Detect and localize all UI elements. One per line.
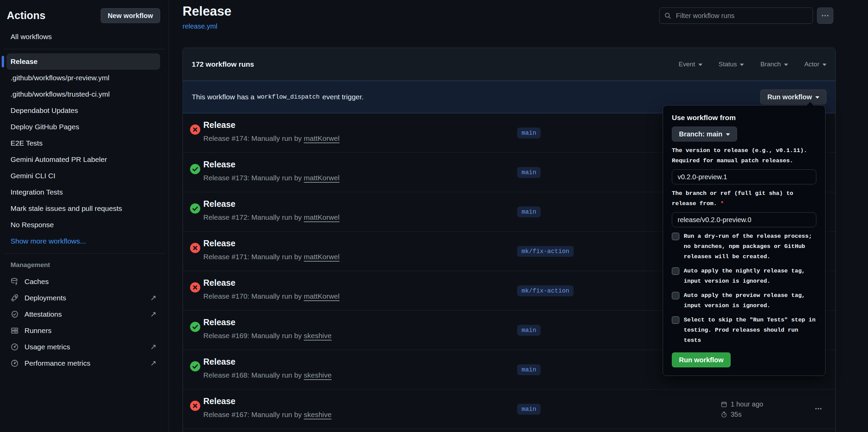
ref-input[interactable]: [672, 212, 816, 227]
branch-label[interactable]: main: [517, 364, 541, 375]
run-actor-link[interactable]: mattKorwel: [304, 174, 340, 182]
filter-status-dropdown[interactable]: Status: [719, 61, 744, 68]
status-icon: [190, 243, 200, 253]
status-icon: [190, 164, 200, 174]
sidebar-item-label: Release: [11, 57, 37, 66]
sidebar-item-gemini-cli-ci[interactable]: Gemini CLI CI: [6, 168, 160, 184]
filter-event-dropdown[interactable]: Event: [679, 61, 702, 68]
status-icon: [190, 322, 200, 332]
sidebar-header: Actions New workflow: [0, 0, 169, 23]
workflow-options-button[interactable]: [817, 7, 833, 24]
divider: [3, 49, 165, 49]
branch-label[interactable]: mk/fix-action: [517, 246, 574, 257]
sidebar-item-release[interactable]: Release: [6, 53, 160, 70]
filter-branch-dropdown[interactable]: Branch: [760, 61, 788, 68]
banner-text: This workflow has a workflow_dispatch ev…: [192, 93, 363, 101]
run-title-link[interactable]: Release: [203, 199, 236, 209]
run-title-link[interactable]: Release: [203, 317, 236, 327]
chevron-down-icon: [698, 64, 702, 66]
sidebar-item-label: Attestations: [24, 310, 62, 318]
rocket-icon: [10, 294, 19, 302]
filter-workflow-runs-input[interactable]: [659, 7, 813, 24]
filter-field: [659, 7, 813, 24]
divider: [3, 253, 165, 254]
ref-input-description: The branch or ref (full git sha) to rele…: [672, 188, 816, 209]
version-input-description: The version to release (e.g., v0.1.11). …: [672, 146, 816, 166]
sidebar-title: Actions: [7, 10, 46, 22]
sidebar-item-runners[interactable]: Runners: [0, 322, 169, 339]
external-link-arrow: ↗: [150, 359, 156, 368]
search-icon: [664, 12, 671, 19]
nightly-tag-checkbox[interactable]: Auto apply the nightly release tag, inpu…: [672, 266, 816, 286]
run-actor-link[interactable]: skeshive: [304, 371, 332, 379]
sidebar-item-deploy-github-pages[interactable]: Deploy GitHub Pages: [6, 119, 160, 135]
workflow-run-row[interactable]: Release Release #167: Manually run by sk…: [183, 389, 835, 429]
branch-label[interactable]: main: [517, 404, 541, 415]
run-actor-link[interactable]: skeshive: [304, 332, 332, 340]
sidebar-item-label: Usage metrics: [24, 343, 70, 351]
run-menu-button[interactable]: [812, 402, 825, 416]
checkbox-icon: [672, 292, 679, 299]
sidebar-item-integration-tests[interactable]: Integration Tests: [6, 184, 160, 200]
run-title-link[interactable]: Release: [203, 278, 236, 288]
sidebar-item-label: Deployments: [24, 294, 66, 302]
run-actor-link[interactable]: mattKorwel: [304, 213, 340, 221]
branch-label[interactable]: mk/fix-action: [517, 285, 574, 296]
chevron-down-icon: [726, 133, 730, 136]
run-actor-link[interactable]: skeshive: [304, 411, 332, 419]
run-workflow-submit-button[interactable]: Run workflow: [672, 352, 731, 367]
external-link-arrow: ↗: [150, 310, 156, 319]
status-icon: [190, 282, 200, 293]
new-workflow-button[interactable]: New workflow: [101, 8, 160, 23]
run-title-link[interactable]: Release: [203, 160, 236, 169]
branch-label[interactable]: main: [517, 167, 541, 178]
workflow-file-link[interactable]: release.yml: [183, 22, 217, 30]
skip-tests-checkbox[interactable]: Select to skip the "Run Tests" step in t…: [672, 315, 816, 346]
dry-run-checkbox[interactable]: Run a dry-run of the release process; no…: [672, 231, 816, 262]
sidebar-item-all-workflows[interactable]: All workflows: [6, 29, 160, 45]
runs-list-header: 172 workflow runs Event Status Branch Ac…: [183, 48, 835, 81]
branch-label[interactable]: main: [517, 206, 541, 217]
filter-actor-dropdown[interactable]: Actor: [804, 61, 827, 68]
run-title-link[interactable]: Release: [203, 357, 236, 367]
sidebar-item-trusted-ci[interactable]: .github/workflows/trusted-ci.yml: [6, 86, 160, 102]
chevron-down-icon: [740, 64, 744, 66]
branch-label[interactable]: main: [517, 325, 541, 336]
run-workflow-dropdown-button[interactable]: Run workflow: [760, 89, 827, 104]
run-duration: 35s: [720, 411, 763, 418]
sidebar-item-performance-metrics[interactable]: Performance metrics ↗: [0, 355, 169, 371]
ellipsis-icon: [814, 404, 822, 413]
sidebar-item-caches[interactable]: Caches: [0, 273, 169, 290]
run-title-link[interactable]: Release: [203, 238, 236, 248]
sidebar-item-label: Performance metrics: [24, 359, 90, 367]
branch-label[interactable]: main: [517, 128, 541, 138]
sidebar-item-usage-metrics[interactable]: Usage metrics ↗: [0, 339, 169, 355]
version-input[interactable]: [672, 169, 816, 184]
preview-tag-checkbox[interactable]: Auto apply the preview release tag, inpu…: [672, 290, 816, 311]
sidebar-item-label: Caches: [24, 278, 49, 286]
run-subtitle: Release #167: Manually run by skeshive: [203, 411, 331, 419]
run-title-link[interactable]: Release: [203, 120, 236, 130]
sidebar-item-mark-stale[interactable]: Mark stale issues and pull requests: [6, 200, 160, 217]
chevron-down-icon: [822, 64, 827, 66]
run-actor-link[interactable]: mattKorwel: [304, 292, 340, 300]
sidebar-item-label: Runners: [24, 327, 51, 335]
branch-select-button[interactable]: Branch: main: [672, 127, 737, 142]
sidebar-item-e2e-tests[interactable]: E2E Tests: [6, 135, 160, 151]
sidebar-item-attestations[interactable]: Attestations ↗: [0, 306, 169, 322]
run-actor-link[interactable]: mattKorwel: [304, 253, 340, 261]
chevron-down-icon: [784, 64, 788, 66]
status-icon: [190, 361, 200, 371]
run-actor-link[interactable]: mattKorwel: [304, 134, 340, 143]
external-link-arrow: ↗: [150, 343, 156, 351]
sidebar-item-pr-review[interactable]: .github/workflows/pr-review.yml: [6, 70, 160, 86]
sidebar-item-deployments[interactable]: Deployments ↗: [0, 290, 169, 306]
selected-indicator: [2, 56, 4, 67]
run-title-link[interactable]: Release: [203, 396, 236, 406]
sidebar-item-no-response[interactable]: No Response: [6, 217, 160, 233]
checkbox-icon: [672, 267, 679, 275]
sidebar-item-gemini-pr-labeler[interactable]: Gemini Automated PR Labeler: [6, 151, 160, 168]
show-more-workflows-link[interactable]: Show more workflows...: [6, 233, 160, 249]
required-asterisk: *: [720, 200, 724, 207]
sidebar-item-dependabot-updates[interactable]: Dependabot Updates: [6, 102, 160, 119]
